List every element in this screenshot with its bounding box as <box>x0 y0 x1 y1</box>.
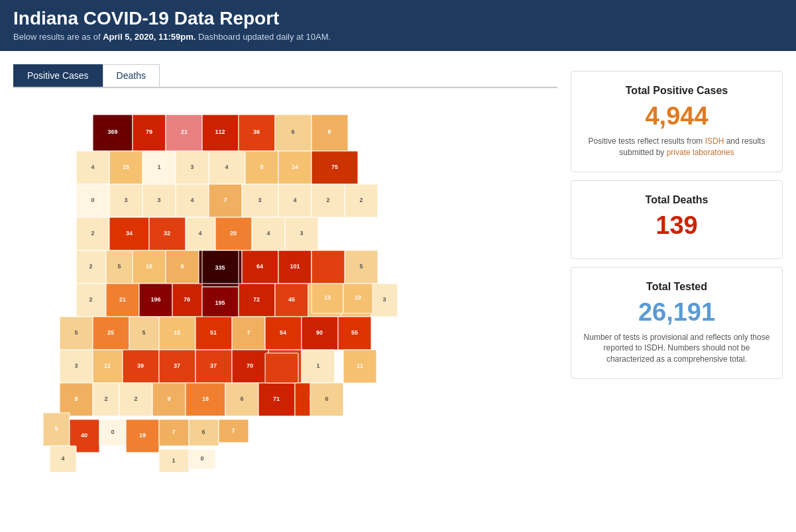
svg-rect-100 <box>60 317 93 350</box>
svg-rect-151 <box>43 413 70 446</box>
svg-rect-48 <box>76 217 109 250</box>
svg-rect-180 <box>202 250 239 284</box>
svg-rect-86 <box>172 284 202 317</box>
svg-rect-4 <box>166 115 202 151</box>
svg-rect-142 <box>186 383 225 416</box>
svg-rect-124 <box>159 350 196 383</box>
svg-rect-110 <box>232 317 265 350</box>
svg-rect-12 <box>312 115 348 151</box>
svg-rect-169 <box>50 446 76 472</box>
svg-rect-30 <box>76 184 109 217</box>
svg-rect-74 <box>278 250 312 284</box>
svg-rect-58 <box>252 217 285 250</box>
positive-cases-note: Positive tests reflect results from ISDH… <box>582 136 771 158</box>
svg-rect-98 <box>371 284 398 317</box>
svg-rect-161 <box>189 419 219 446</box>
svg-rect-68 <box>166 250 199 284</box>
svg-rect-50 <box>109 217 149 250</box>
tab-bar: Positive Cases Deaths <box>13 64 557 88</box>
indiana-map: .county { stroke: #fff; stroke-width: 1;… <box>13 95 437 505</box>
svg-rect-134 <box>60 383 93 416</box>
svg-rect-90 <box>239 284 275 317</box>
svg-rect-42 <box>278 184 312 217</box>
svg-rect-157 <box>126 419 159 452</box>
svg-rect-78 <box>345 250 378 284</box>
tested-title: Total Tested <box>582 281 771 293</box>
svg-rect-54 <box>186 217 215 250</box>
svg-rect-122 <box>123 350 159 383</box>
svg-rect-66 <box>133 250 166 284</box>
tab-positive-cases[interactable]: Positive Cases <box>13 64 103 87</box>
svg-rect-8 <box>239 115 275 151</box>
svg-rect-104 <box>129 317 159 350</box>
svg-rect-14 <box>76 151 109 184</box>
svg-rect-174 <box>343 284 372 313</box>
svg-rect-92 <box>275 284 308 317</box>
svg-rect-18 <box>142 151 176 184</box>
svg-rect-150 <box>265 353 298 383</box>
svg-rect-132 <box>302 350 335 383</box>
svg-rect-34 <box>142 184 176 217</box>
svg-rect-26 <box>278 151 312 184</box>
tested-note: Number of tests is provisional and refle… <box>582 332 771 365</box>
page-header: Indiana COVID-19 Data Report Below resul… <box>0 0 796 51</box>
svg-rect-38 <box>209 184 242 217</box>
svg-rect-146 <box>258 383 295 416</box>
svg-rect-36 <box>176 184 209 217</box>
svg-rect-108 <box>196 317 232 350</box>
deaths-card: Total Deaths 139 <box>571 180 783 259</box>
page-title: Indiana COVID-19 Data Report <box>13 8 783 29</box>
svg-rect-64 <box>106 250 133 284</box>
svg-rect-20 <box>176 151 209 184</box>
svg-rect-2 <box>133 115 166 151</box>
svg-rect-80 <box>76 284 106 317</box>
svg-rect-84 <box>139 284 172 317</box>
main-content: Positive Cases Deaths .county { stroke: … <box>0 51 796 512</box>
positive-cases-title: Total Positive Cases <box>582 85 771 97</box>
deaths-title: Total Deaths <box>582 194 771 206</box>
svg-rect-114 <box>302 317 338 350</box>
svg-rect-6 <box>202 115 239 151</box>
tab-deaths[interactable]: Deaths <box>103 64 160 87</box>
svg-rect-120 <box>93 350 123 383</box>
svg-rect-138 <box>119 383 152 416</box>
svg-rect-40 <box>242 184 278 217</box>
svg-rect-44 <box>312 184 345 217</box>
svg-rect-178 <box>310 383 343 416</box>
svg-rect-0 <box>93 115 133 151</box>
right-panel: Total Positive Cases 4,944 Positive test… <box>571 64 783 505</box>
svg-rect-155 <box>99 419 126 446</box>
svg-rect-52 <box>149 217 186 250</box>
svg-rect-24 <box>245 151 278 184</box>
svg-rect-159 <box>159 419 189 446</box>
svg-rect-106 <box>159 317 196 350</box>
svg-rect-118 <box>60 350 93 383</box>
svg-rect-72 <box>242 250 278 284</box>
svg-rect-172 <box>312 284 343 313</box>
svg-rect-112 <box>265 317 302 350</box>
svg-rect-56 <box>215 217 252 250</box>
svg-rect-171 <box>312 250 345 284</box>
svg-rect-60 <box>285 217 318 250</box>
svg-rect-140 <box>152 383 186 416</box>
svg-rect-128 <box>232 350 268 383</box>
svg-rect-126 <box>196 350 232 383</box>
left-panel: Positive Cases Deaths .county { stroke: … <box>13 64 557 505</box>
positive-cases-value: 4,944 <box>582 102 771 131</box>
svg-rect-116 <box>338 317 371 350</box>
svg-rect-46 <box>345 184 378 217</box>
svg-rect-62 <box>76 250 106 284</box>
svg-rect-10 <box>275 115 312 151</box>
svg-rect-176 <box>343 350 376 383</box>
svg-rect-165 <box>159 449 189 472</box>
svg-rect-22 <box>209 151 245 184</box>
deaths-value: 139 <box>582 211 771 240</box>
svg-rect-82 <box>106 284 139 317</box>
map-svg: .county { stroke: #fff; stroke-width: 1;… <box>13 95 437 505</box>
svg-rect-102 <box>93 317 129 350</box>
svg-rect-163 <box>219 419 249 443</box>
svg-rect-136 <box>93 383 119 416</box>
tested-card: Total Tested 26,191 Number of tests is p… <box>571 267 783 379</box>
subtitle: Below results are as of April 5, 2020, 1… <box>13 32 783 42</box>
svg-rect-144 <box>225 383 258 416</box>
